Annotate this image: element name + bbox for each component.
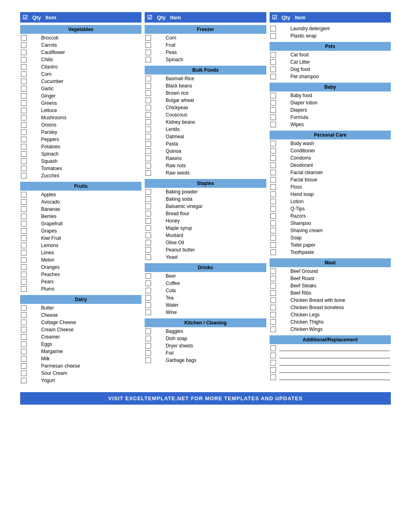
checkbox[interactable] (145, 98, 151, 103)
checkbox[interactable] (145, 218, 151, 224)
checkbox[interactable] (270, 213, 276, 219)
checkbox[interactable] (270, 276, 276, 281)
checkbox[interactable] (270, 242, 276, 248)
checkbox[interactable] (270, 290, 276, 296)
checkbox[interactable] (270, 326, 276, 332)
checkbox[interactable] (21, 370, 27, 376)
checkbox[interactable] (21, 378, 27, 383)
checkbox[interactable] (21, 108, 27, 113)
checkbox[interactable] (145, 42, 151, 48)
checkbox[interactable] (270, 249, 276, 255)
checkbox[interactable] (145, 350, 151, 356)
checkbox[interactable] (270, 235, 276, 241)
checkbox[interactable] (21, 221, 27, 227)
checkbox[interactable] (21, 264, 27, 270)
checkbox[interactable] (270, 141, 276, 146)
checkbox[interactable] (21, 320, 27, 325)
checkbox[interactable] (145, 127, 151, 132)
checkbox[interactable] (270, 93, 276, 98)
checkbox[interactable] (145, 343, 151, 349)
checkbox[interactable] (145, 57, 151, 62)
checkbox[interactable] (145, 170, 151, 176)
checkbox[interactable] (270, 367, 276, 373)
checkbox[interactable] (145, 141, 151, 147)
checkbox[interactable] (21, 312, 27, 318)
checkbox[interactable] (145, 90, 151, 96)
checkbox[interactable] (270, 297, 276, 303)
checkbox[interactable] (21, 327, 27, 332)
checkbox[interactable] (21, 50, 27, 55)
checkbox[interactable] (270, 66, 276, 72)
checkbox[interactable] (145, 336, 151, 341)
checkbox[interactable] (21, 228, 27, 234)
checkbox[interactable] (270, 177, 276, 183)
checkbox[interactable] (21, 100, 27, 106)
checkbox[interactable] (21, 64, 27, 70)
checkbox[interactable] (145, 83, 151, 89)
checkbox[interactable] (21, 122, 27, 128)
checkbox[interactable] (21, 214, 27, 219)
checkbox[interactable] (145, 76, 151, 81)
checkbox[interactable] (21, 356, 27, 362)
checkbox[interactable] (270, 374, 276, 380)
checkbox[interactable] (21, 35, 27, 41)
checkbox[interactable] (270, 52, 276, 58)
checkbox[interactable] (21, 349, 27, 354)
checkbox[interactable] (21, 305, 27, 311)
checkbox[interactable] (270, 148, 276, 154)
checkbox[interactable] (21, 279, 27, 285)
checkbox[interactable] (270, 199, 276, 204)
checkbox[interactable] (145, 328, 151, 334)
checkbox[interactable] (145, 225, 151, 231)
checkbox[interactable] (145, 163, 151, 168)
checkbox[interactable] (145, 302, 151, 308)
checkbox[interactable] (270, 59, 276, 65)
checkbox[interactable] (145, 254, 151, 260)
checkbox[interactable] (145, 148, 151, 154)
checkbox[interactable] (270, 122, 276, 127)
checkbox[interactable] (21, 341, 27, 347)
checkbox[interactable] (21, 151, 27, 157)
checkbox[interactable] (145, 240, 151, 245)
checkbox[interactable] (270, 33, 276, 39)
checkbox[interactable] (270, 220, 276, 226)
checkbox[interactable] (270, 155, 276, 161)
checkbox[interactable] (21, 272, 27, 277)
checkbox[interactable] (270, 184, 276, 190)
checkbox[interactable] (21, 71, 27, 77)
checkbox[interactable] (21, 363, 27, 369)
checkbox[interactable] (270, 319, 276, 325)
checkbox[interactable] (270, 206, 276, 212)
checkbox[interactable] (270, 345, 276, 351)
checkbox[interactable] (21, 173, 27, 179)
checkbox[interactable] (21, 115, 27, 121)
checkbox[interactable] (145, 156, 151, 161)
checkbox[interactable] (270, 353, 276, 358)
checkbox[interactable] (270, 191, 276, 197)
checkbox[interactable] (21, 137, 27, 142)
checkbox[interactable] (21, 334, 27, 340)
checkbox[interactable] (145, 281, 151, 286)
checkbox[interactable] (21, 158, 27, 164)
checkbox[interactable] (270, 162, 276, 168)
checkbox[interactable] (21, 286, 27, 292)
checkbox[interactable] (270, 312, 276, 318)
checkbox[interactable] (21, 250, 27, 256)
checkbox[interactable] (21, 57, 27, 62)
checkbox[interactable] (145, 50, 151, 55)
checkbox[interactable] (145, 204, 151, 209)
checkbox[interactable] (270, 74, 276, 79)
checkbox[interactable] (145, 273, 151, 279)
checkbox[interactable] (270, 268, 276, 274)
checkbox[interactable] (145, 112, 151, 118)
checkbox[interactable] (21, 93, 27, 99)
checkbox[interactable] (270, 170, 276, 175)
checkbox[interactable] (21, 86, 27, 91)
checkbox[interactable] (270, 283, 276, 289)
checkbox[interactable] (21, 192, 27, 197)
checkbox[interactable] (145, 196, 151, 202)
checkbox[interactable] (145, 357, 151, 363)
checkbox[interactable] (145, 233, 151, 238)
checkbox[interactable] (145, 134, 151, 139)
checkbox[interactable] (21, 144, 27, 150)
